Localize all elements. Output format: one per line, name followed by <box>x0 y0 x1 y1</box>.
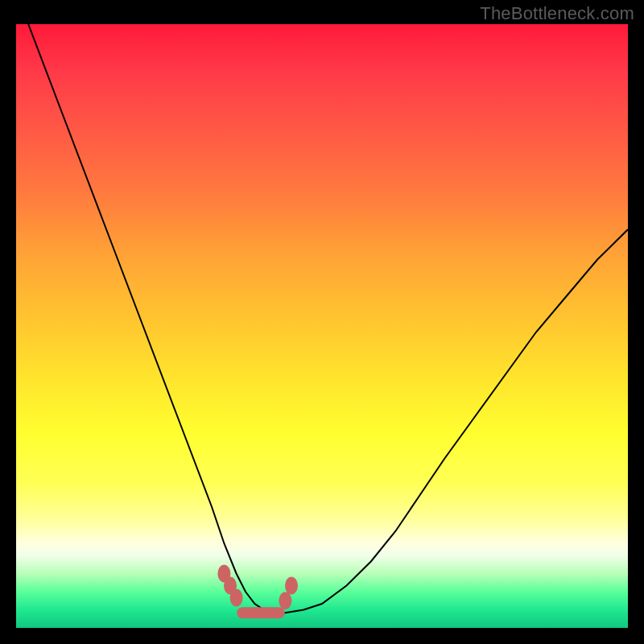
curve-markers <box>217 565 298 610</box>
curve-marker <box>279 592 291 609</box>
plot-area <box>16 24 628 628</box>
chart-svg <box>16 24 628 628</box>
watermark-text: TheBottleneck.com <box>480 3 634 24</box>
chart-frame: TheBottleneck.com <box>0 0 644 644</box>
curve-marker <box>230 589 243 607</box>
bottleneck-curve <box>28 24 628 613</box>
curve-marker <box>285 577 298 595</box>
